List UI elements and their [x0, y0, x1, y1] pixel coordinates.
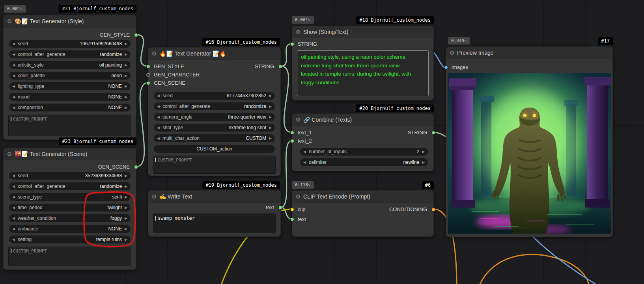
- decrement-arrow-icon[interactable]: ◀: [157, 94, 160, 98]
- output-slot-gen-scene[interactable]: [134, 165, 138, 169]
- collapse-dot-icon[interactable]: [296, 30, 300, 34]
- node-text-generator-scene[interactable]: 🌇📝 Text Generator (Scene) GEN_SCENE ◀see…: [3, 148, 136, 270]
- increment-arrow-icon[interactable]: ▶: [269, 105, 272, 108]
- widget-mood[interactable]: ◀moodNONE▶: [9, 93, 131, 101]
- increment-arrow-icon[interactable]: ▶: [125, 217, 127, 220]
- output-slot-gen-style[interactable]: [134, 33, 138, 37]
- decrement-arrow-icon[interactable]: ◀: [12, 106, 15, 110]
- decrement-arrow-icon[interactable]: ◀: [12, 53, 15, 56]
- widget-artistic-style[interactable]: ◀artistic_styleoil painting▶: [9, 61, 131, 69]
- output-slot-conditioning[interactable]: [431, 208, 435, 212]
- widget-time-period[interactable]: ◀time_periodtwilight▶: [9, 204, 131, 212]
- output-slot-string[interactable]: [278, 65, 282, 69]
- decrement-arrow-icon[interactable]: ◀: [12, 195, 15, 199]
- collapse-dot-icon[interactable]: [296, 195, 300, 199]
- custom-prompt-textarea[interactable]: CUSTOM_PROMPT: [8, 115, 131, 136]
- increment-arrow-icon[interactable]: ▶: [125, 185, 127, 188]
- input-slot-text-1[interactable]: [290, 131, 294, 135]
- input-slot-text-2[interactable]: [290, 139, 294, 143]
- decrement-arrow-icon[interactable]: ◀: [157, 126, 160, 130]
- widget-camera-angle[interactable]: ◀camera_anglethree-quarter view▶: [154, 113, 275, 121]
- widget-ambiance[interactable]: ◀ambianceNONE▶: [9, 225, 131, 233]
- increment-arrow-icon[interactable]: ▶: [125, 85, 127, 88]
- widget-control-after-generate[interactable]: ◀control_after_generaterandomize▶: [9, 50, 131, 58]
- node-header[interactable]: ✍️ Write Text: [148, 191, 280, 203]
- output-slot-string[interactable]: [431, 131, 435, 135]
- widget-multi-char-action[interactable]: ◀multi_char_actionCUSTOM▶: [154, 134, 275, 142]
- decrement-arrow-icon[interactable]: ◀: [12, 74, 15, 78]
- increment-arrow-icon[interactable]: ▶: [125, 206, 127, 210]
- input-slot-string[interactable]: [290, 42, 294, 46]
- custom-prompt-textarea[interactable]: CUSTOM_PROMPT: [8, 247, 131, 266]
- widget-control-after-generate[interactable]: ◀control_after_generaterandomize▶: [154, 102, 275, 110]
- widget-custom-action[interactable]: CUSTOM_action: [154, 145, 275, 153]
- decrement-arrow-icon[interactable]: ◀: [12, 238, 15, 241]
- widget-color-palette[interactable]: ◀color_paletteneon▶: [9, 72, 131, 80]
- comfyui-graph-canvas[interactable]: 0.001s #21 Bjornulf_custom_nodes #23 Bjo…: [0, 0, 644, 284]
- decrement-arrow-icon[interactable]: ◀: [12, 174, 15, 178]
- node-header[interactable]: 🌇📝 Text Generator (Scene): [4, 148, 136, 160]
- input-slot-images[interactable]: [444, 65, 448, 69]
- increment-arrow-icon[interactable]: ▶: [269, 94, 272, 98]
- widget-seed[interactable]: ◀seed617744537302852▶: [154, 92, 275, 100]
- increment-arrow-icon[interactable]: ▶: [125, 227, 127, 231]
- node-header[interactable]: CLIP Text Encode (Prompt): [292, 191, 433, 203]
- widget-lighting-type[interactable]: ◀lighting_typeNONE▶: [9, 82, 131, 90]
- widget-number-of-inputs[interactable]: ◀number_of_inputs2▶: [300, 148, 428, 156]
- node-clip-text-encode[interactable]: CLIP Text Encode (Prompt) clip text COND…: [292, 190, 434, 237]
- increment-arrow-icon[interactable]: ▶: [125, 53, 127, 56]
- increment-arrow-icon[interactable]: ▶: [125, 95, 127, 99]
- write-text-textarea[interactable]: swamp monster: [153, 213, 276, 233]
- node-header[interactable]: Preview Image: [446, 47, 612, 59]
- increment-arrow-icon[interactable]: ▶: [269, 137, 272, 140]
- collapse-dot-icon[interactable]: [152, 195, 156, 199]
- decrement-arrow-icon[interactable]: ◀: [12, 206, 15, 210]
- node-combine-texts[interactable]: 🔗 Combine (Texts) text_1 text_2 STRING ◀…: [292, 113, 434, 171]
- widget-scene-type[interactable]: ◀scene_typesci-fi▶: [9, 193, 131, 201]
- increment-arrow-icon[interactable]: ▶: [125, 42, 127, 46]
- input-slot-text[interactable]: [290, 217, 294, 221]
- decrement-arrow-icon[interactable]: ◀: [12, 95, 15, 99]
- decrement-arrow-icon[interactable]: ◀: [157, 105, 160, 108]
- node-text-generator-style[interactable]: 🎨📝 Text Generator (Style) GEN_STYLE ◀see…: [3, 15, 136, 140]
- increment-arrow-icon[interactable]: ▶: [269, 115, 272, 119]
- increment-arrow-icon[interactable]: ▶: [125, 238, 127, 241]
- node-header[interactable]: 🎨📝 Text Generator (Style): [4, 15, 136, 28]
- node-write-text[interactable]: ✍️ Write Text text swamp monster: [148, 190, 281, 237]
- collapse-dot-icon[interactable]: [296, 118, 300, 122]
- node-text-generator-main[interactable]: 🔥📝 Text Generator 📝🔥 GEN_STYLE GEN_CHARA…: [148, 47, 281, 176]
- widget-seed[interactable]: ◀seed1067915992660498▶: [9, 40, 131, 48]
- node-preview-image[interactable]: Preview Image images: [446, 46, 613, 237]
- increment-arrow-icon[interactable]: ▶: [125, 106, 127, 110]
- input-slot-gen-style[interactable]: [146, 65, 150, 69]
- node-header[interactable]: 🔥📝 Text Generator 📝🔥: [148, 48, 280, 60]
- preview-image[interactable]: [448, 73, 611, 234]
- widget-setting[interactable]: ◀settingtemple ruins▶: [9, 236, 131, 243]
- widget-delimiter[interactable]: ◀delimiternewline▶: [300, 158, 428, 166]
- increment-arrow-icon[interactable]: ▶: [125, 174, 127, 178]
- increment-arrow-icon[interactable]: ▶: [125, 74, 127, 78]
- custom-prompt-textarea[interactable]: CUSTOM_PROMPT: [153, 156, 276, 174]
- widget-weather-condition[interactable]: ◀weather_conditionfoggy▶: [9, 214, 131, 222]
- node-show-string-text[interactable]: Show (String/Text) STRING oil painting s…: [292, 26, 434, 100]
- decrement-arrow-icon[interactable]: ◀: [12, 217, 15, 220]
- increment-arrow-icon[interactable]: ▶: [422, 150, 425, 154]
- decrement-arrow-icon[interactable]: ◀: [12, 85, 15, 88]
- decrement-arrow-icon[interactable]: ◀: [157, 137, 160, 140]
- collapse-dot-icon[interactable]: [7, 19, 11, 23]
- increment-arrow-icon[interactable]: ▶: [269, 126, 272, 130]
- show-text-output[interactable]: oil painting style, using a neon color s…: [297, 50, 429, 96]
- output-slot-text[interactable]: [278, 206, 282, 210]
- decrement-arrow-icon[interactable]: ◀: [303, 150, 306, 154]
- widget-shot-type[interactable]: ◀shot_typeextreme long shot▶: [154, 124, 275, 132]
- decrement-arrow-icon[interactable]: ◀: [12, 42, 15, 46]
- input-slot-gen-scene[interactable]: [146, 81, 150, 85]
- decrement-arrow-icon[interactable]: ◀: [12, 63, 15, 67]
- increment-arrow-icon[interactable]: ▶: [422, 161, 425, 164]
- collapse-dot-icon[interactable]: [7, 152, 11, 156]
- input-slot-gen-character[interactable]: [146, 73, 150, 77]
- decrement-arrow-icon[interactable]: ◀: [157, 115, 160, 119]
- increment-arrow-icon[interactable]: ▶: [125, 195, 127, 199]
- node-header[interactable]: 🔗 Combine (Texts): [292, 114, 433, 126]
- widget-control-after-generate[interactable]: ◀control_after_generaterandomize▶: [9, 182, 131, 190]
